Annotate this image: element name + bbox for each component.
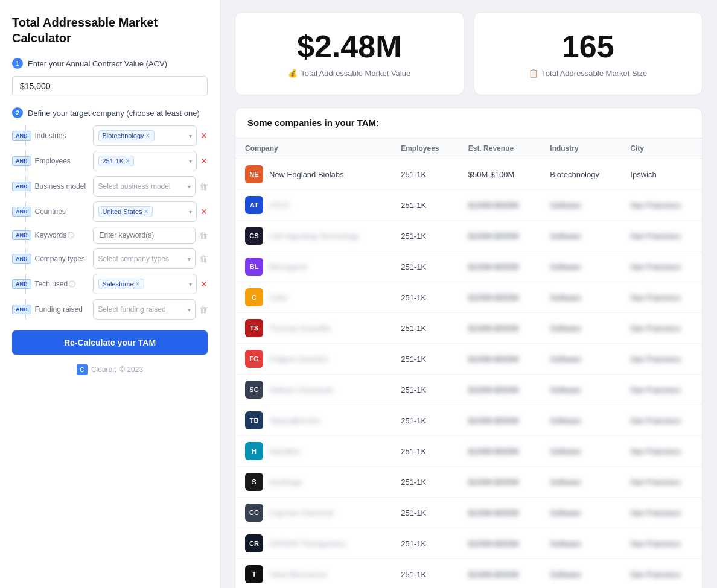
delete-filter-keywords[interactable]: 🗑 xyxy=(199,230,208,240)
and-badge: AND xyxy=(12,156,31,166)
filter-row-tech-used: ANDTech usedⓘSalesforce ×▾✕ xyxy=(12,274,208,294)
company-industry: Software xyxy=(540,251,620,282)
tag-remove[interactable]: × xyxy=(144,208,148,215)
tag: Biotechnology × xyxy=(98,130,155,141)
company-revenue: $100M-$500M xyxy=(459,344,541,375)
chevron-down-icon: ▾ xyxy=(189,281,192,288)
tag-select-employees[interactable]: 251-1K ×▾ xyxy=(93,151,197,171)
metric-card-1: 165 📋Total Addressable Market Size xyxy=(474,12,703,95)
left-panel: Total Addressable Market Calculator 1 En… xyxy=(0,0,220,588)
metrics-row: $2.48M 💰Total Addressable Market Value 1… xyxy=(235,12,703,95)
company-employees: 251-1K xyxy=(391,282,459,313)
filter-row-company-types: ANDCompany typesSelect company types▾🗑 xyxy=(12,248,208,269)
filter-label-business-model: Business model xyxy=(35,182,89,191)
table-row: HHamilton251-1K$100M-$500MSoftwareSan Fr… xyxy=(235,436,702,467)
delete-filter-countries[interactable]: ✕ xyxy=(200,207,208,216)
company-logo: NE xyxy=(245,165,263,183)
table-row: BLBioLegend251-1K$100M-$500MSoftwareSan … xyxy=(235,251,702,282)
delete-filter-funding-raised[interactable]: 🗑 xyxy=(199,305,208,314)
company-name-cell: TTwist Bioscience xyxy=(235,559,391,588)
company-logo: FG xyxy=(245,350,263,368)
company-name-cell: BLBioLegend xyxy=(235,251,391,282)
company-name: New England Biolabs xyxy=(269,170,344,179)
company-city: San Francisco xyxy=(620,559,702,588)
company-logo: TS xyxy=(245,319,263,337)
and-badge: AND xyxy=(12,305,31,314)
company-industry: Software xyxy=(540,282,620,313)
step2-circle: 2 xyxy=(12,107,23,118)
company-revenue: $100M-$500M xyxy=(459,405,541,436)
tag-remove[interactable]: × xyxy=(126,157,130,165)
delete-filter-tech-used[interactable]: ✕ xyxy=(200,280,208,288)
company-name: CRISPR Therapeutics xyxy=(269,539,346,548)
company-name-cell: CRCRISPR Therapeutics xyxy=(235,528,391,559)
chevron-down-icon: ▾ xyxy=(189,133,192,139)
tag-remove[interactable]: × xyxy=(135,280,139,288)
filter-label-employees: Employees xyxy=(35,157,89,165)
delete-filter-business-model[interactable]: 🗑 xyxy=(199,182,208,191)
col-header-employees: Employees xyxy=(391,138,459,159)
filter-row-funding-raised: ANDFunding raisedSelect funding raised▾🗑 xyxy=(12,299,208,320)
and-badge: AND xyxy=(12,182,31,191)
company-logo: S xyxy=(245,473,263,491)
table-row: NENew England Biolabs251-1K$50M-$100MBio… xyxy=(235,159,702,190)
table-row: CColor251-1K$100M-$500MSoftwareSan Franc… xyxy=(235,282,702,313)
delete-filter-company-types[interactable]: 🗑 xyxy=(199,254,208,264)
and-badge: AND xyxy=(12,230,31,240)
company-name: BioLegend xyxy=(269,262,307,271)
filter-control-company-types: Select company types▾ xyxy=(93,248,196,269)
and-badge: AND xyxy=(12,131,31,141)
col-header-industry: Industry xyxy=(540,138,620,159)
tag-select-industries[interactable]: Biotechnology ×▾ xyxy=(93,125,197,146)
company-city: San Francisco xyxy=(620,498,702,528)
step1-circle: 1 xyxy=(12,58,23,69)
table-row: CCCayman Chemical251-1K$100M-$500MSoftwa… xyxy=(235,498,702,528)
company-industry: Biotechnology xyxy=(540,159,620,190)
info-icon: ⓘ xyxy=(68,232,74,239)
company-city: San Francisco xyxy=(620,405,702,436)
tag-select-tech-used[interactable]: Salesforce ×▾ xyxy=(93,274,197,294)
tag-select-funding-raised[interactable]: Select funding raised▾ xyxy=(93,299,196,320)
step2-label: 2 Define your target company (choose at … xyxy=(12,107,208,118)
company-revenue: $100M-$500M xyxy=(459,221,541,251)
company-employees: 251-1K xyxy=(391,405,459,436)
filter-control-business-model: Select business model▾ xyxy=(93,176,196,197)
company-name-cell: FGFulgent Genetics xyxy=(235,344,391,375)
tag-select-business-model[interactable]: Select business model▾ xyxy=(93,176,196,197)
step2-text: Define your target company (choose at le… xyxy=(28,109,200,118)
company-employees: 251-1K xyxy=(391,159,459,190)
company-city: San Francisco xyxy=(620,282,702,313)
company-revenue: $100M-$500M xyxy=(459,375,541,405)
company-logo: SC xyxy=(245,381,263,399)
company-employees: 251-1K xyxy=(391,436,459,467)
companies-header: Some companies in your TAM: xyxy=(235,108,702,138)
company-name: ATCC xyxy=(269,201,290,210)
company-revenue: $100M-$500M xyxy=(459,498,541,528)
filter-label-company-types: Company types xyxy=(35,254,89,263)
keyword-input-keywords[interactable] xyxy=(93,227,196,244)
table-row: SSynthego251-1K$100M-$500MSoftwareSan Fr… xyxy=(235,467,702,498)
clearbit-footer: C Clearbit © 2023 xyxy=(12,364,208,375)
delete-filter-employees[interactable]: ✕ xyxy=(200,157,208,165)
table-row: CRCRISPR Therapeutics251-1K$100M-$500MSo… xyxy=(235,528,702,559)
filter-control-industries: Biotechnology ×▾ xyxy=(93,125,197,146)
filter-label-countries: Countries xyxy=(35,207,89,216)
acv-input[interactable] xyxy=(12,76,208,96)
filter-control-funding-raised: Select funding raised▾ xyxy=(93,299,196,320)
company-name: Selleck Chemicals xyxy=(269,385,333,394)
filter-control-employees: 251-1K ×▾ xyxy=(93,151,197,171)
metric-value-1: 165 xyxy=(489,30,688,64)
tag-select-countries[interactable]: United States ×▾ xyxy=(93,201,197,222)
company-employees: 251-1K xyxy=(391,498,459,528)
tag-select-company-types[interactable]: Select company types▾ xyxy=(93,248,196,269)
tag-remove[interactable]: × xyxy=(146,132,150,139)
company-employees: 251-1K xyxy=(391,344,459,375)
company-employees: 251-1K xyxy=(391,221,459,251)
table-row: SCSelleck Chemicals251-1K$100M-$500MSoft… xyxy=(235,375,702,405)
filter-label-keywords: Keywordsⓘ xyxy=(35,231,89,240)
delete-filter-industries[interactable]: ✕ xyxy=(200,131,208,140)
table-row: ATATCC251-1K$100M-$500MSoftwareSan Franc… xyxy=(235,190,702,221)
tag: Salesforce × xyxy=(98,279,144,289)
recalc-button[interactable]: Re-Calculate your TAM xyxy=(12,330,208,355)
company-industry: Software xyxy=(540,405,620,436)
